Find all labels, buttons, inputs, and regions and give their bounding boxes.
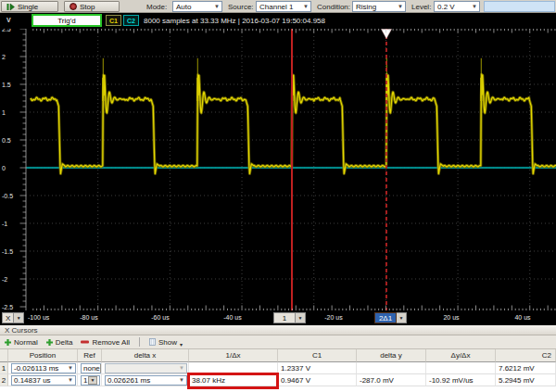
oscilloscope-app: Single Stop Mode: Auto ▼ Source: Channel… [0, 0, 556, 392]
cursor-1-flag[interactable]: 1 ▼ [273, 312, 306, 323]
y-axis-label: 1 [2, 109, 6, 116]
source-value: Channel 1 [259, 3, 293, 11]
level-label: Level: [411, 3, 431, 11]
chevron-down-icon: ▼ [14, 312, 24, 323]
condition-value: Rising [356, 3, 376, 11]
cursor-2-dy-dx: -10.92 mV/us [426, 374, 496, 386]
cursor-2-delta-x-select[interactable]: 0.026261 ms ▼ [105, 375, 187, 386]
status-bar: V Trig'd C1 C2 8000 samples at 33.33 MHz… [0, 13, 556, 29]
chevron-down-icon: ▼ [303, 4, 309, 9]
cursor-2-delta-y: -287.0 mV [357, 374, 426, 386]
x-axis-unit-select[interactable]: X ▼ [2, 312, 24, 323]
chevron-down-icon: ▼ [397, 312, 407, 323]
cursor-1-inv-delta-x [189, 362, 278, 374]
table-row: ▼ [102, 362, 189, 374]
cursor-2-c1-value: 0.9467 V [278, 374, 357, 386]
cursor-2-delta-x-value: 0.026261 ms [107, 376, 150, 385]
table-row: 1 ▼ [78, 374, 102, 386]
cursor-2-ref-select[interactable]: 1 ▼ [81, 375, 100, 386]
col-header-position: Position [8, 349, 78, 362]
single-button[interactable]: Single [1, 1, 58, 12]
row-number: 1 [0, 362, 8, 374]
condition-select[interactable]: Rising ▼ [352, 1, 406, 12]
col-header-inv-delta-x: 1/Δx [189, 349, 278, 362]
mode-value: Auto [176, 3, 191, 11]
level-select[interactable]: 0.2 V ▼ [434, 1, 480, 12]
x-axis-bar: X ▼ -100 us -80 us -60 us -40 us -20 us … [0, 310, 556, 325]
table-row: 0.14837 us ▼ [8, 374, 78, 386]
show-label: Show [158, 338, 177, 347]
cursor-1-position-select[interactable]: -0.026113 ms ▼ [11, 363, 76, 373]
col-header [0, 349, 8, 362]
add-delta-cursor-button[interactable]: Delta [46, 338, 73, 347]
add-normal-label: Normal [14, 338, 38, 347]
cursor-1-ref-select[interactable]: none ▼ [81, 363, 102, 373]
level-extra-field[interactable] [484, 1, 555, 12]
remove-all-button[interactable]: Remove All [81, 338, 129, 347]
cursor-table: Position Ref delta x 1/Δx C1 delta y Δy/… [0, 349, 556, 386]
plus-icon [5, 339, 11, 346]
cursor-2-ref-value: 1 [83, 376, 87, 385]
y-axis-label: 0.5 [2, 137, 11, 144]
cursor-2-position-value: 0.14837 us [14, 376, 51, 385]
y-axis-label: 2.5 [2, 29, 11, 32]
chevron-down-icon: ▼ [398, 4, 403, 9]
channel-1-button[interactable]: C1 [106, 15, 121, 26]
y-axis-unit-label: V [6, 17, 11, 23]
cursor-1-flag-label: 1 [273, 312, 296, 323]
level-value: 0.2 V [437, 3, 455, 11]
remove-all-label: Remove All [92, 338, 129, 347]
mode-select[interactable]: Auto ▼ [172, 1, 222, 12]
condition-label: Condition: [317, 3, 350, 11]
y-axis-label: -1.5 [2, 248, 13, 255]
row-number: 2 [0, 374, 8, 386]
stop-button[interactable]: Stop [64, 1, 120, 12]
cursor-2-position-select[interactable]: 0.14837 us ▼ [11, 375, 76, 386]
col-header-c1: C1 [278, 349, 357, 362]
chevron-down-icon: ▼ [179, 377, 184, 383]
add-normal-cursor-button[interactable]: Normal [5, 338, 38, 347]
cursor-1-delta-y [357, 362, 426, 374]
table-row: 0.026261 ms ▼ [102, 374, 189, 386]
cursor-1-dy-dx [426, 362, 496, 374]
y-axis-label: -0.5 [2, 193, 13, 199]
x-axis-label: 40 us [514, 314, 530, 321]
x-cursors-panel: X Cursors Normal Delta Remove All [0, 325, 556, 392]
toolbar-separator [139, 337, 140, 347]
x-axis-label: 20 us [443, 314, 459, 321]
cursor-1-delta-x-select: ▼ [105, 363, 187, 373]
trigger-status-badge: Trig'd [32, 14, 102, 27]
x-axis-label: -40 us [223, 314, 241, 321]
x-axis-label: -100 us [28, 314, 49, 321]
cursor-2-c2-value: 5.2945 mV [496, 374, 556, 386]
top-toolbar: Single Stop Mode: Auto ▼ Source: Channel… [0, 0, 556, 13]
show-menu-button[interactable]: Show ▾ [149, 338, 183, 347]
chevron-down-icon: ▼ [296, 312, 306, 323]
chevron-down-icon: ▼ [179, 365, 184, 371]
col-header-delta-x: delta x [102, 349, 189, 362]
stop-button-label: Stop [80, 3, 95, 11]
channel-2-button[interactable]: C2 [123, 15, 139, 26]
cursor-1-c1-value: 1.2337 V [278, 362, 357, 374]
cursor-2-flag[interactable]: 2Δ1 ▼ [374, 312, 407, 323]
y-axis-label: -2.5 [2, 304, 13, 310]
single-button-label: Single [18, 3, 38, 11]
y-axis-label: -1 [2, 221, 7, 227]
scope-plot[interactable]: 2.521.510.50-0.5-1-1.5-2-2.5 [0, 29, 556, 310]
chevron-down-icon: ▼ [88, 376, 97, 385]
source-select[interactable]: Channel 1 ▼ [256, 1, 311, 12]
y-axis-label: 1.5 [2, 82, 11, 88]
col-header-ref: Ref [78, 349, 102, 362]
x-axis-unit-value: X [2, 312, 14, 323]
columns-icon [149, 338, 156, 346]
x-axis-label: -60 us [151, 314, 169, 321]
panel-title: X Cursors [0, 325, 556, 335]
cursor-1-c2-value: 7.6212 mV [496, 362, 556, 374]
chevron-down-icon: ▼ [214, 4, 220, 9]
x-axis-label: -80 us [80, 314, 97, 321]
col-header-dy-dx: Δy/Δx [426, 349, 496, 362]
y-axis-label: 0 [2, 165, 6, 171]
plot-background [0, 29, 556, 310]
col-header-delta-y: delta y [357, 349, 426, 362]
y-axis-label: 2 [2, 54, 6, 60]
